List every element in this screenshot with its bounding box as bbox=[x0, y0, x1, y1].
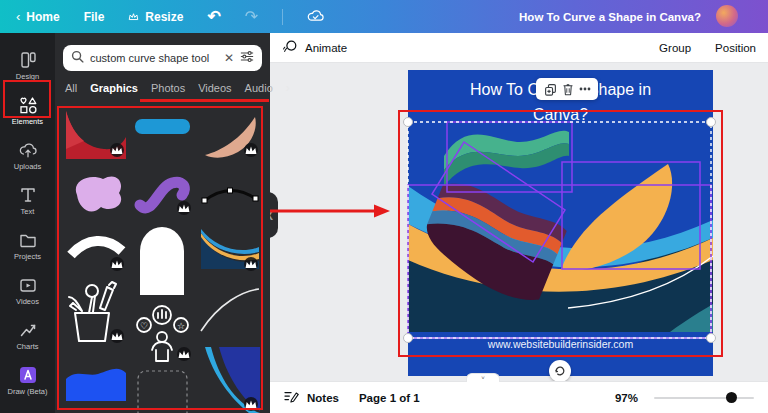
sidebar-item-design[interactable]: Design bbox=[0, 43, 55, 88]
delete-button[interactable] bbox=[562, 83, 574, 96]
animate-label: Animate bbox=[305, 42, 347, 54]
zoom-percent[interactable]: 97% bbox=[615, 392, 638, 404]
graphic-blue-bar[interactable] bbox=[132, 111, 193, 159]
sidebar: Design Elements Uploads Text Projects bbox=[0, 33, 55, 413]
tab-all[interactable]: All bbox=[65, 82, 77, 94]
graphic-person-reactions[interactable]: ♡ ☆ bbox=[132, 301, 193, 363]
pro-crown-icon bbox=[177, 347, 191, 361]
elements-panel: ✕ All Graphics Photos Videos Audio › bbox=[55, 33, 270, 413]
position-button[interactable]: Position bbox=[715, 42, 756, 54]
annotation-arrow bbox=[270, 203, 394, 219]
graphic-dashed-frame[interactable] bbox=[132, 369, 193, 413]
top-bar: ‹ Home File Resize ↶ ↷ How To Curve a Sh… bbox=[0, 0, 768, 33]
graphic-tools-pot[interactable] bbox=[65, 279, 126, 345]
file-button[interactable]: File bbox=[84, 10, 105, 24]
sidebar-item-videos[interactable]: Videos bbox=[0, 268, 55, 313]
resize-button[interactable]: Resize bbox=[128, 10, 183, 24]
pro-crown-icon bbox=[244, 143, 258, 157]
graphic-white-arch[interactable] bbox=[132, 223, 193, 295]
sidebar-label: Text bbox=[21, 207, 35, 216]
file-label: File bbox=[84, 10, 105, 24]
design-icon bbox=[19, 51, 37, 69]
chart-icon bbox=[19, 321, 37, 339]
sidebar-item-charts[interactable]: Charts bbox=[0, 313, 55, 358]
graphic-purple-squiggle[interactable] bbox=[132, 165, 193, 217]
graphic-bezier-curve[interactable] bbox=[199, 165, 260, 217]
result-tabs: All Graphics Photos Videos Audio › bbox=[65, 81, 263, 95]
graphic-pink-blob[interactable] bbox=[65, 165, 126, 217]
graphic-navy-decay-curve[interactable] bbox=[199, 347, 260, 413]
search-input[interactable] bbox=[90, 52, 218, 64]
toolbar-divider bbox=[282, 9, 283, 25]
zoom-slider[interactable] bbox=[654, 397, 754, 399]
sidebar-item-draw[interactable]: Draw (Beta) bbox=[0, 358, 55, 403]
clear-search-icon[interactable]: ✕ bbox=[224, 51, 234, 65]
sidebar-label: Draw (Beta) bbox=[7, 387, 47, 396]
animate-button[interactable]: Animate bbox=[282, 39, 347, 56]
sidebar-item-text[interactable]: Text bbox=[0, 178, 55, 223]
workspace[interactable]: How To Curve a Shape in Canva? bbox=[270, 63, 768, 381]
zoom-slider-handle[interactable] bbox=[726, 392, 737, 403]
upload-cloud-icon bbox=[19, 141, 37, 159]
home-button[interactable]: ‹ Home bbox=[16, 9, 60, 24]
graphic-white-arc[interactable] bbox=[65, 223, 126, 273]
annotation-underline-search bbox=[140, 99, 269, 102]
animate-icon bbox=[282, 39, 298, 56]
page-footer-url[interactable]: www.websitebuilderinsider.com bbox=[408, 338, 713, 350]
home-label: Home bbox=[26, 10, 59, 24]
undo-button[interactable]: ↶ bbox=[207, 7, 220, 26]
graphic-blue-wave[interactable] bbox=[65, 351, 126, 403]
page-indicator[interactable]: Page 1 of 1 bbox=[359, 392, 420, 404]
cloud-saved-icon bbox=[307, 8, 324, 26]
canvas-area: Animate Group Position How To Curve a Sh… bbox=[270, 33, 768, 413]
panel-collapse-handle[interactable]: ❮ bbox=[270, 192, 278, 238]
graphics-grid: ♡ ☆ bbox=[59, 106, 265, 413]
tabs-more-chevron-icon[interactable]: › bbox=[286, 81, 290, 95]
sidebar-label: Uploads bbox=[14, 162, 42, 171]
sidebar-label: Projects bbox=[14, 252, 41, 261]
redo-button[interactable]: ↷ bbox=[245, 7, 258, 26]
filter-icon[interactable] bbox=[240, 49, 254, 67]
floating-toolbar bbox=[536, 78, 598, 100]
draw-icon bbox=[19, 366, 37, 384]
rotate-handle[interactable] bbox=[549, 360, 571, 381]
pro-crown-icon bbox=[244, 397, 258, 411]
sidebar-label: Charts bbox=[16, 342, 38, 351]
tab-photos[interactable]: Photos bbox=[151, 82, 185, 94]
pro-crown-icon bbox=[110, 257, 124, 271]
bottombar-expand-tab[interactable]: ˅ bbox=[466, 373, 500, 382]
folder-icon bbox=[19, 231, 37, 249]
search-icon bbox=[71, 49, 84, 67]
graphic-wave-chart[interactable] bbox=[199, 223, 260, 273]
search-bar[interactable]: ✕ bbox=[63, 45, 262, 71]
pro-crown-icon bbox=[177, 201, 191, 215]
sidebar-item-uploads[interactable]: Uploads bbox=[0, 133, 55, 178]
avatar[interactable] bbox=[716, 5, 738, 27]
more-options-button[interactable] bbox=[579, 87, 591, 91]
svg-text:☆: ☆ bbox=[177, 321, 185, 331]
notes-label: Notes bbox=[307, 392, 339, 404]
crown-icon bbox=[128, 10, 139, 24]
text-icon bbox=[19, 186, 37, 204]
group-button[interactable]: Group bbox=[659, 42, 691, 54]
duplicate-button[interactable] bbox=[544, 83, 557, 96]
sidebar-label: Videos bbox=[16, 297, 39, 306]
graphic-red-wave[interactable] bbox=[65, 111, 126, 159]
sidebar-item-elements[interactable]: Elements bbox=[0, 88, 55, 133]
elements-icon bbox=[19, 96, 37, 114]
video-icon bbox=[19, 276, 37, 294]
graphic-peach-swoosh[interactable] bbox=[199, 111, 260, 159]
sidebar-item-projects[interactable]: Projects bbox=[0, 223, 55, 268]
graphic-thin-curve[interactable] bbox=[199, 279, 260, 341]
tab-videos[interactable]: Videos bbox=[198, 82, 231, 94]
tab-audio[interactable]: Audio bbox=[245, 82, 273, 94]
sidebar-label: Design bbox=[16, 72, 39, 81]
design-page[interactable]: How To Curve a Shape in Canva? bbox=[408, 70, 713, 376]
tab-graphics[interactable]: Graphics bbox=[90, 82, 138, 94]
svg-text:♡: ♡ bbox=[140, 321, 148, 331]
resize-label: Resize bbox=[145, 10, 183, 24]
notes-icon bbox=[284, 390, 299, 405]
notes-button[interactable]: Notes bbox=[284, 390, 339, 405]
pro-crown-icon bbox=[110, 143, 124, 157]
context-toolbar: Animate Group Position bbox=[270, 33, 768, 63]
